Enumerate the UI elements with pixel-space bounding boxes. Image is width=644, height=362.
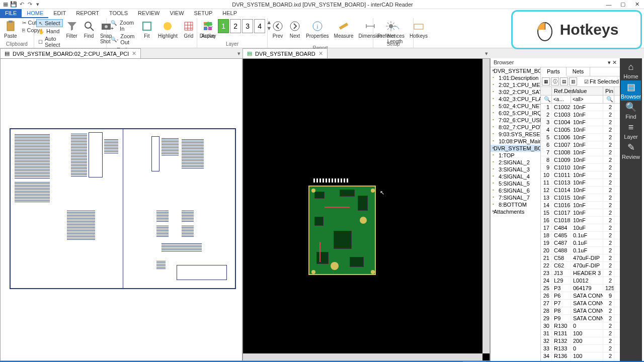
tree-item[interactable]: 5:SIGNAL_5 — [491, 180, 540, 187]
zoomout-button[interactable]: 🔍- Zoom Out — [109, 33, 138, 46]
parts-row[interactable]: 17C48410uF2 — [541, 224, 620, 232]
grid-button[interactable]: Grid — [181, 19, 197, 40]
hotkeys-button[interactable]: Hotkeys — [408, 19, 430, 40]
parts-table[interactable]: 1C100210nF22C100310nF23C100410nF24C10051… — [541, 104, 620, 361]
tree-item[interactable]: 6:SIGNAL_6 — [491, 187, 540, 194]
hand-button[interactable]: ✋ Hand — [36, 28, 63, 35]
filter-search-icon[interactable]: 🔍 — [541, 96, 552, 103]
pt-btn-2[interactable]: ⓘ — [551, 77, 559, 85]
parts-row[interactable]: 6C100710nF2 — [541, 141, 620, 149]
tree-item[interactable]: 10:08:PWR_MainF — [491, 138, 540, 145]
tree-item[interactable]: 5:02_4:CPU_NETW — [491, 103, 540, 110]
pt-btn-3[interactable]: ▤ — [560, 77, 568, 85]
parts-row[interactable]: 27P7SATA CONN2 — [541, 300, 620, 307]
zoomin-button[interactable]: 🔍+ Zoom In — [109, 19, 138, 32]
tree-item[interactable]: 7:02_6:CPU_USB_ — [491, 117, 540, 124]
tree-item[interactable]: DVR_SYSTEM_BOARD — [491, 145, 540, 152]
tree-item[interactable]: 2:SIGNAL_2 — [491, 159, 540, 166]
parts-row[interactable]: 19C4870.1uF2 — [541, 239, 620, 247]
parts-row[interactable]: 22C62470uF-DIP2 — [541, 262, 620, 269]
layer-button-1[interactable]: 1 — [218, 19, 229, 33]
tab-dropdown-right[interactable]: ▾ — [483, 48, 490, 58]
menu-help[interactable]: HELP — [217, 9, 242, 18]
paste-button[interactable]: Paste — [2, 19, 19, 40]
tree-item[interactable]: 8:02_7:CPU_POW — [491, 124, 540, 131]
tree-item[interactable]: 3:02_2:CPU_SATA_ — [491, 88, 540, 96]
properties-button[interactable]: iProperties — [304, 19, 331, 40]
doc-tab-board[interactable]: ▤ DVR_SYSTEM_BOARD ✕ — [243, 48, 328, 58]
prev-button[interactable]: Prev — [270, 19, 286, 40]
design-tree[interactable]: DVR_SYSTEM_BOARD1:01:Description2:02_1:C… — [491, 67, 541, 361]
parts-row[interactable]: 28P8SATA CONN2 — [541, 307, 620, 315]
menu-edit[interactable]: EDIT — [48, 9, 71, 18]
pt-btn-4[interactable]: ▥ — [569, 77, 577, 85]
parts-row[interactable]: 9C101010nF2 — [541, 164, 620, 171]
menu-home[interactable]: HOME — [22, 9, 48, 18]
parts-row[interactable]: 20C4880.1uF2 — [541, 247, 620, 254]
sidebar-layer[interactable]: ≡Layer — [621, 121, 641, 141]
tree-item[interactable]: 7:SIGNAL_7 — [491, 194, 540, 201]
preferences-button[interactable]: Preferences — [375, 19, 407, 40]
parts-row[interactable]: 7C100810nF2 — [541, 149, 620, 156]
tree-item[interactable]: 1:01:Description — [491, 74, 540, 81]
parts-row[interactable]: 23J13HEADER 32 — [541, 269, 620, 277]
parts-row[interactable]: 33R13302 — [541, 345, 620, 352]
active-layer-button[interactable]: Active — [199, 19, 217, 40]
filter-value[interactable] — [572, 96, 602, 103]
col-pin[interactable]: Pin — [603, 87, 614, 95]
parts-row[interactable]: 3C100410nF2 — [541, 119, 620, 126]
tree-item[interactable]: 4:02_3:CPU_FLAS — [491, 96, 540, 103]
next-button[interactable]: Next — [287, 19, 303, 40]
parts-row[interactable]: 4C100510nF2 — [541, 126, 620, 134]
fit-button[interactable]: Fit — [139, 19, 155, 40]
schematic-pane[interactable] — [0, 58, 243, 361]
parts-row[interactable]: 5C100610nF2 — [541, 134, 620, 141]
menu-review[interactable]: REVIEW — [133, 9, 165, 18]
close-button[interactable]: ✕ — [630, 0, 644, 9]
menu-file[interactable]: FILE — [0, 9, 22, 18]
tab-close[interactable]: ✕ — [318, 50, 323, 57]
sidebar-home[interactable]: ⌂Home — [621, 60, 641, 80]
parts-row[interactable]: 12C101410nF2 — [541, 187, 620, 194]
maximize-button[interactable]: ▢ — [616, 0, 630, 9]
menu-report[interactable]: REPORT — [71, 9, 104, 18]
parts-row[interactable]: 29P9SATA CONN2 — [541, 315, 620, 322]
tree-item[interactable]: 3:SIGNAL_3 — [491, 166, 540, 173]
parts-row[interactable]: 25P3064179125 — [541, 285, 620, 292]
menu-view[interactable]: VIEW — [165, 9, 189, 18]
tab-close[interactable]: ✕ — [132, 50, 136, 57]
nets-tab[interactable]: Nets — [567, 67, 591, 76]
sidebar-review[interactable]: ✎Review — [621, 141, 641, 161]
menu-tools[interactable]: TOOLS — [104, 9, 133, 18]
parts-row[interactable]: 1C100210nF2 — [541, 104, 620, 111]
parts-row[interactable]: 26P6SATA CONN9 — [541, 292, 620, 300]
parts-row[interactable]: 31R1311002 — [541, 330, 620, 337]
tree-item[interactable]: 6:02_5:CPU_IRQ_C — [491, 110, 540, 117]
browser-close[interactable]: ✕ — [612, 59, 617, 65]
parts-row[interactable]: 8C100910nF2 — [541, 156, 620, 164]
sidebar-browser[interactable]: ▤Browser — [621, 80, 641, 101]
parts-row[interactable]: 18C4850.1uF2 — [541, 232, 620, 239]
qat-dropdown[interactable]: ▾ — [34, 1, 41, 8]
tree-item[interactable]: Attachments — [491, 208, 540, 215]
parts-tab[interactable]: Parts — [541, 67, 567, 76]
layer-button-4[interactable]: 4 — [254, 19, 265, 33]
find-button[interactable]: Find — [81, 19, 97, 40]
pt-btn-1[interactable]: ▦ — [542, 77, 550, 85]
parts-row[interactable]: 21C58470uF-DIP2 — [541, 254, 620, 262]
parts-row[interactable]: 30R13002 — [541, 322, 620, 330]
sidebar-find[interactable]: 🔍Find — [621, 101, 641, 121]
filter-refdes[interactable] — [552, 96, 570, 103]
layer-button-2[interactable]: 2 — [230, 19, 241, 33]
doc-tab-schematic[interactable]: ▤ DVR_SYSTEM_BOARD:02_2:CPU_SATA_PCI ✕ — [0, 48, 141, 58]
filter-button[interactable]: Filter — [64, 19, 80, 40]
parts-row[interactable]: 13C101510nF2 — [541, 194, 620, 202]
browser-pin[interactable]: ▾ — [608, 59, 611, 65]
qat-save[interactable]: 💾 — [10, 1, 17, 8]
parts-row[interactable]: 34R1361002 — [541, 352, 620, 360]
tree-item[interactable]: 4:SIGNAL_4 — [491, 173, 540, 180]
fit-selected-checkbox[interactable]: ☑ Fit Selected — [584, 77, 619, 85]
pcb-vscroll[interactable] — [482, 59, 490, 353]
layer-button-3[interactable]: 3 — [242, 19, 253, 33]
measure-button[interactable]: Measure — [332, 19, 356, 40]
